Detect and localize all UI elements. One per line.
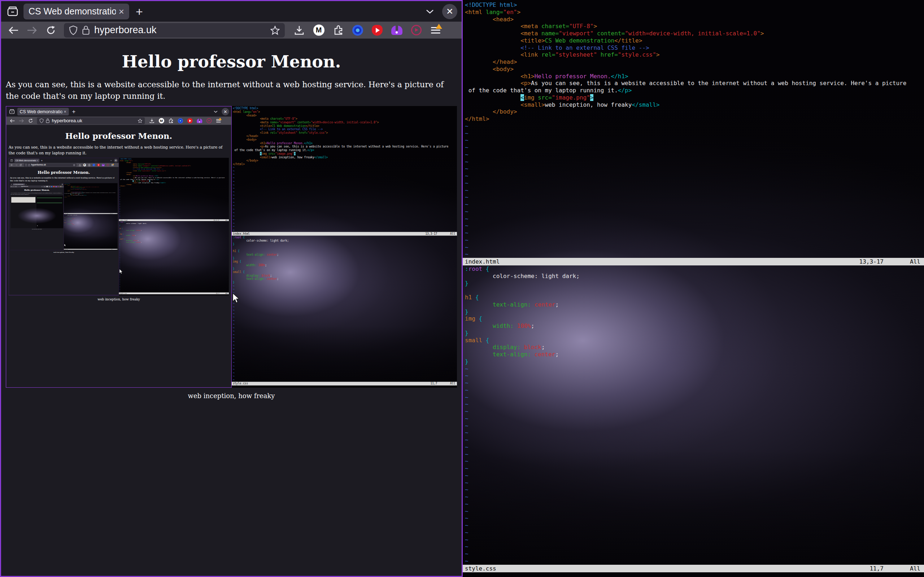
download-icon[interactable] — [44, 186, 46, 187]
blue-target-icon[interactable] — [177, 117, 184, 124]
red-play-icon[interactable] — [370, 23, 384, 37]
tab-close-icon[interactable]: × — [119, 7, 124, 16]
firefox-view-icon[interactable] — [5, 4, 20, 19]
reload-button[interactable] — [27, 117, 34, 124]
firefox-view-icon[interactable] — [8, 108, 16, 115]
download-icon[interactable] — [149, 117, 155, 124]
purple-headset-icon[interactable] — [55, 186, 57, 187]
window-close-button[interactable]: ✕ — [442, 4, 457, 19]
new-tab-button[interactable]: + — [25, 184, 27, 185]
status-filename: style.css — [120, 292, 127, 294]
forward-button[interactable] — [15, 163, 18, 167]
tab-close-icon[interactable]: × — [64, 109, 66, 114]
back-button[interactable] — [5, 23, 21, 37]
url-bar[interactable]: hyperborea.uk — [37, 117, 145, 124]
extensions-puzzle-icon[interactable] — [331, 23, 346, 37]
vim-buffer-style[interactable]: :root { color-scheme: light dark;} h1 { … — [463, 266, 924, 565]
reload-button[interactable] — [15, 186, 16, 187]
red-play-icon[interactable] — [53, 186, 55, 187]
vim-buffer-index[interactable]: <!DOCTYPE html><html lang="en"> <head> <… — [463, 0, 924, 258]
account-m-icon[interactable]: M — [158, 117, 165, 124]
shield-icon[interactable] — [25, 164, 27, 166]
blue-target-icon[interactable] — [92, 163, 96, 167]
reload-button[interactable] — [43, 23, 59, 37]
tab-list-chevron-icon[interactable] — [423, 9, 437, 14]
shield-icon[interactable] — [18, 186, 19, 187]
bookmark-star-icon[interactable] — [138, 118, 142, 123]
record-ring-icon[interactable] — [58, 186, 60, 187]
menu-button[interactable] — [111, 163, 115, 167]
firefox-view-icon[interactable] — [10, 184, 12, 185]
extensions-puzzle-icon[interactable] — [48, 186, 50, 187]
download-icon[interactable] — [78, 163, 82, 167]
forward-button[interactable] — [18, 117, 25, 124]
menu-button[interactable] — [428, 23, 443, 37]
screen: CS Web demonstration × + ✕ — [10, 183, 118, 250]
record-ring-icon[interactable] — [205, 117, 213, 124]
tab-strip: CS Web demonstration × + ✕ — [10, 183, 64, 186]
lock-icon[interactable] — [28, 164, 30, 166]
lock-icon[interactable] — [46, 118, 50, 123]
back-button[interactable] — [8, 117, 16, 124]
tab-close-icon[interactable]: × — [37, 160, 38, 161]
purple-headset-icon[interactable] — [389, 23, 404, 37]
blue-target-icon[interactable] — [351, 23, 365, 37]
vim-command-line — [463, 572, 924, 577]
purple-headset-icon[interactable] — [196, 117, 203, 124]
window-close-button[interactable]: ✕ — [61, 184, 63, 185]
vim-buffer-style[interactable]: :root { color-scheme: light dark;} h1 { … — [232, 235, 457, 382]
account-m-icon[interactable]: M — [46, 186, 48, 187]
window-close-button[interactable]: ✕ — [221, 108, 229, 115]
url-bar[interactable]: hyperborea.uk — [17, 186, 43, 187]
blue-target-icon[interactable] — [51, 186, 53, 187]
url-bar[interactable]: hyperborea.uk — [64, 23, 285, 37]
account-m-icon[interactable]: M — [83, 163, 87, 167]
menu-button[interactable] — [60, 186, 62, 187]
lock-icon[interactable] — [19, 186, 21, 187]
browser-tab[interactable]: CS Web demonstration × — [17, 108, 69, 115]
shield-icon[interactable] — [69, 25, 78, 35]
vim-statusline-style: style.css 11,7 All — [119, 292, 229, 294]
forward-button[interactable] — [24, 23, 40, 37]
tab-list-chevron-icon[interactable] — [59, 184, 61, 185]
back-button[interactable] — [10, 186, 12, 187]
menu-button[interactable] — [215, 117, 222, 124]
url-bar[interactable]: hyperborea.uk — [24, 163, 76, 167]
status-filename: index.html — [465, 258, 499, 265]
extensions-puzzle-icon[interactable] — [87, 163, 91, 167]
record-ring-icon[interactable] — [106, 163, 110, 167]
bookmark-star-icon[interactable] — [73, 164, 75, 166]
browser-tab[interactable]: CS Web demonstration × — [13, 184, 25, 185]
forward-button[interactable] — [13, 186, 15, 187]
red-play-icon[interactable] — [97, 163, 100, 167]
lock-icon[interactable] — [82, 25, 90, 35]
back-button[interactable] — [10, 163, 13, 167]
vim-buffer-index[interactable]: <!DOCTYPE html><html lang="en"> <head> <… — [232, 106, 457, 232]
account-m-icon[interactable]: M — [312, 23, 326, 37]
vim-buffer-style[interactable]: :root { color-scheme: light dark;} h1 { … — [119, 221, 229, 292]
browser-window: CS Web demonstration × + ✕ — [10, 183, 64, 250]
tab-list-chevron-icon[interactable] — [109, 160, 113, 161]
window-close-button[interactable]: ✕ — [114, 159, 118, 162]
vim-buffer-index[interactable]: <!DOCTYPE html><html lang="en"> <head> <… — [119, 158, 229, 219]
shield-icon[interactable] — [39, 118, 44, 123]
firefox-view-icon[interactable] — [10, 159, 13, 162]
browser-tab[interactable]: CS Web demonstration × — [23, 3, 129, 19]
vim-buffer-style[interactable]: :root { color-scheme: light dark;} h1 { … — [64, 214, 118, 249]
new-tab-button[interactable]: + — [70, 108, 78, 115]
vim-statusline-style: style.css 11,7 All — [64, 249, 118, 250]
red-play-icon[interactable] — [186, 117, 194, 124]
record-ring-icon[interactable] — [409, 23, 423, 37]
new-tab-button[interactable]: + — [131, 5, 147, 18]
bookmark-star-icon[interactable] — [270, 26, 280, 35]
browser-tab[interactable]: CS Web demonstration × — [14, 159, 39, 162]
tab-close-icon[interactable]: × — [24, 184, 24, 185]
tab-list-chevron-icon[interactable] — [212, 110, 220, 113]
reload-button[interactable] — [19, 163, 23, 167]
download-icon[interactable] — [292, 23, 307, 37]
bookmark-star-icon[interactable] — [42, 186, 43, 187]
vim-buffer-index[interactable]: <!DOCTYPE html><html lang="en"> <head> <… — [64, 183, 118, 213]
new-tab-button[interactable]: + — [40, 159, 44, 162]
purple-headset-icon[interactable] — [102, 163, 105, 167]
extensions-puzzle-icon[interactable] — [168, 117, 175, 124]
